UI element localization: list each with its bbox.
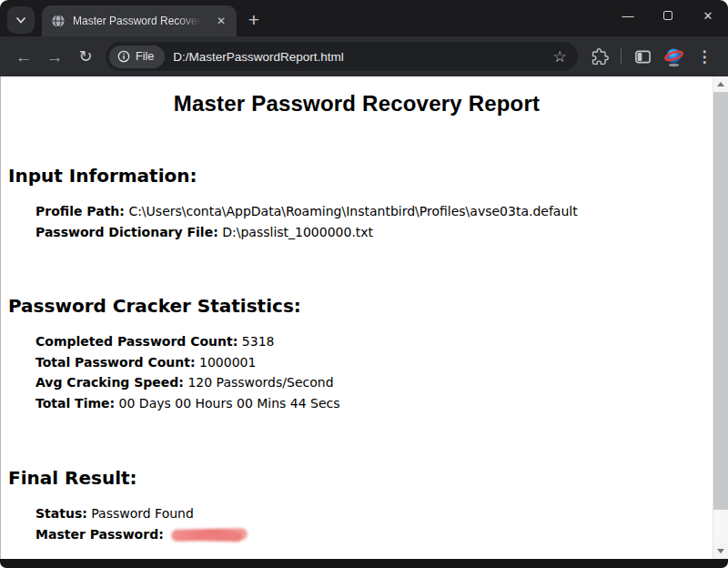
browser-toolbar: ← → ↻ File D:/MasterPasswordReport.html … <box>0 36 728 76</box>
row-value: D:\passlist_1000000.txt <box>222 225 373 239</box>
avatar-globe-icon <box>662 46 685 68</box>
row-label: Password Dictionary File: <box>35 225 218 239</box>
row-value: C:\Users\conta\AppData\Roaming\Instantbi… <box>128 204 577 218</box>
report-row-avg-speed: Avg Cracking Speed: 120 Passwords/Second <box>35 372 705 393</box>
report-row-total-count: Total Password Count: 1000001 <box>35 352 705 373</box>
tab-title: Master Password Recovery Report <box>73 15 206 27</box>
tab-bar: Master Password Recovery Report ✕ + — ✕ <box>0 0 728 36</box>
url-text: D:/MasterPasswordReport.html <box>173 50 539 64</box>
back-button[interactable]: ← <box>9 42 38 71</box>
report-row-profile-path: Profile Path: C:\Users\conta\AppData\Roa… <box>35 201 705 222</box>
section-rows: Profile Path: C:\Users\conta\AppData\Roa… <box>8 201 705 242</box>
row-value: 1000001 <box>199 355 256 370</box>
bookmark-star-icon[interactable]: ☆ <box>547 44 572 69</box>
row-value: 5318 <box>242 334 275 349</box>
profile-avatar[interactable] <box>659 42 688 71</box>
window-bottom-frame <box>0 559 728 568</box>
report-row-status: Status: Password Found <box>35 503 705 524</box>
new-tab-button[interactable]: + <box>240 6 268 34</box>
row-label: Total Time: <box>35 396 115 411</box>
scrollbar-thumb[interactable] <box>713 92 728 510</box>
section-final-result: Final Result: Status: Password Found Mas… <box>8 467 705 544</box>
info-icon <box>117 50 130 63</box>
scroll-down-icon <box>717 549 724 553</box>
section-heading-input: Input Information: <box>8 165 705 187</box>
tab-master-password-report[interactable]: Master Password Recovery Report ✕ <box>42 5 237 36</box>
reload-button[interactable]: ↻ <box>71 42 100 71</box>
globe-favicon-icon <box>51 14 66 28</box>
vertical-scrollbar[interactable] <box>713 76 728 559</box>
scroll-down-button[interactable] <box>713 543 728 559</box>
tab-search-button[interactable] <box>7 6 35 34</box>
minimize-button[interactable]: — <box>608 0 648 31</box>
browser-window: Master Password Recovery Report ✕ + — ✕ … <box>0 0 728 568</box>
row-value: Password Found <box>91 506 194 521</box>
side-panel-button[interactable] <box>628 42 657 71</box>
puzzle-icon <box>592 48 609 66</box>
forward-button[interactable]: → <box>40 42 69 71</box>
report-row-total-time: Total Time: 00 Days 00 Hours 00 Mins 44 … <box>35 393 705 414</box>
section-heading-statistics: Password Cracker Statistics: <box>8 295 705 317</box>
report-document: Master Password Recovery Report Input In… <box>1 76 713 559</box>
window-controls: — ✕ <box>608 0 728 31</box>
row-value: 00 Days 00 Hours 00 Mins 44 Secs <box>119 396 340 411</box>
report-row-completed-count: Completed Password Count: 5318 <box>35 331 705 352</box>
row-label: Completed Password Count: <box>35 334 238 349</box>
browser-menu-button[interactable]: ⋮ <box>690 42 719 71</box>
site-info-chip-label: File <box>136 50 154 63</box>
section-cracker-statistics: Password Cracker Statistics: Completed P… <box>8 295 705 413</box>
redacted-password-blob <box>171 528 248 542</box>
page-viewport: Master Password Recovery Report Input In… <box>0 76 728 559</box>
chevron-down-icon <box>15 14 27 26</box>
scroll-up-icon <box>717 82 724 86</box>
section-rows: Status: Password Found Master Password: <box>8 503 705 544</box>
report-row-master-password: Master Password: <box>35 524 705 545</box>
row-label: Profile Path: <box>35 204 125 218</box>
maximize-button[interactable] <box>648 0 688 31</box>
side-panel-icon <box>634 48 652 66</box>
section-input-information: Input Information: Profile Path: C:\User… <box>8 165 705 242</box>
address-bar[interactable]: File D:/MasterPasswordReport.html ☆ <box>106 42 578 71</box>
section-rows: Completed Password Count: 5318 Total Pas… <box>8 331 705 413</box>
extensions-button[interactable] <box>585 42 614 71</box>
toolbar-divider <box>621 48 622 65</box>
section-heading-final-result: Final Result: <box>8 467 705 489</box>
maximize-icon <box>663 11 672 20</box>
site-info-chip[interactable]: File <box>109 46 165 68</box>
page-title: Master Password Recovery Report <box>8 91 705 117</box>
report-row-dictionary-file: Password Dictionary File: D:\passlist_10… <box>35 222 705 243</box>
row-label: Total Password Count: <box>35 355 196 370</box>
close-window-button[interactable]: ✕ <box>688 0 728 31</box>
row-label: Status: <box>35 506 87 521</box>
scroll-up-button[interactable] <box>713 76 728 92</box>
row-label: Avg Cracking Speed: <box>35 375 184 390</box>
row-value: 120 Passwords/Second <box>187 375 333 390</box>
tab-close-icon[interactable]: ✕ <box>213 13 229 29</box>
row-label: Master Password: <box>35 527 164 542</box>
